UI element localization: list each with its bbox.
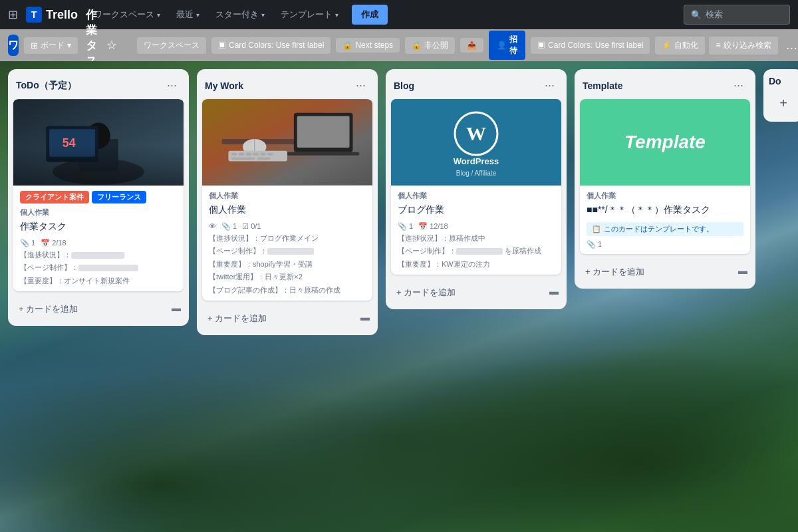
card-detail-progress: 【進捗状況】： [20,249,177,261]
template-icon: 📋 [592,225,601,233]
list-todo-title: ToDo（予定） [16,80,76,92]
card-meta: 📎 1 📅 2/18 [20,239,177,247]
lock-icon: 🔒 [412,41,422,50]
next-steps-button[interactable]: 🔒 Next steps [336,38,400,53]
color2-icon: ▣ [537,40,545,51]
list-do-header: Do [769,76,798,86]
list-template-menu-button[interactable]: ··· [730,77,747,94]
create-button[interactable]: 作成 [352,5,388,25]
card-todo-1-body: クライアント案件 フリーランス 個人作業 作業タスク 📎 1 📅 2/18 [13,186,184,291]
card-detail-progress: 【進捗状況】：ブログ作業メイン [209,233,366,244]
svg-rect-12 [287,152,359,156]
eye-icon: 👁 [209,222,216,230]
card-todo-1[interactable]: 54 クライアント案件 フリーランス 個人作業 作業タスク 📎 1 [13,99,184,291]
blur-page [78,265,138,271]
card-colors-button[interactable]: ▣ Card Colors: Use first label [211,37,331,54]
card-colors2-button[interactable]: ▣ Card Colors: Use first label [531,37,650,54]
card-detail-page: 【ページ制作】： [20,262,177,273]
archive-button-template[interactable]: ▬ [735,263,750,279]
board-navigation: ワ ⊞ ボード ▾ 作業タスク ☆ ワークスペース ▣ Card Colors:… [0,29,798,61]
search-icon: 🔍 [691,10,702,20]
board-view-button[interactable]: ⊞ ボード ▾ [24,37,78,54]
list-template-title: Template [583,80,622,91]
add-card-button-todo[interactable]: + カードを追加 [13,299,169,319]
list-todo: ToDo（予定） ··· [8,69,189,326]
card-mywork-meta: 👁 📎 1 ☑ 0/1 [209,222,366,231]
check-icon: ☑ [242,222,249,231]
svg-rect-16 [231,153,237,156]
star-button[interactable]: ☆ [102,37,121,54]
add-card-row-blog: + カードを追加 ▬ [391,280,561,303]
svg-point-2 [53,159,144,185]
archive-button-todo[interactable]: ▬ [169,300,184,316]
list-blog-header: Blog ··· [391,76,561,99]
paperclip-icon: 📎 [587,240,596,249]
card-cover-green: Template [580,99,750,186]
trello-logo[interactable]: T Trello [26,7,78,23]
list-template: Template ··· Template 個人作業 ■■**/＊＊（＊＊）作業… [575,69,755,289]
share-button[interactable]: 📤 [460,38,483,53]
chevron-down-icon: ▾ [196,11,200,19]
list-mywork-menu-button[interactable]: ··· [352,77,370,94]
add-card-button-do[interactable]: + [769,92,798,115]
svg-rect-21 [267,153,273,156]
invite-button[interactable]: 👤 招待 [489,31,525,60]
list-do: Do + [763,69,798,122]
archive-button-mywork[interactable]: ▬ [358,309,372,325]
search-bar[interactable]: 🔍 検索 [684,5,790,25]
card-mywork-category: 個人作業 [209,191,366,201]
card-cover-mywork [202,99,372,186]
card-category: 個人作業 [20,207,177,217]
card-template-1[interactable]: Template 個人作業 ■■**/＊＊（＊＊）作業タスク 📋 このカードはテ… [580,99,750,254]
list-mywork-header: My Work ··· [202,76,372,99]
blur-progress [71,252,124,259]
card-template-1-body: 個人作業 ■■**/＊＊（＊＊）作業タスク 📋 このカードはテンプレートです。 … [580,186,750,254]
archive-button-blog[interactable]: ▬ [547,283,561,299]
meta-clip: 📎 1 [587,240,602,249]
svg-rect-17 [239,153,244,156]
card-detail-progress: 【進捗状況】：原稿作成中 [398,233,555,244]
meta-watch: 👁 [209,222,216,230]
starred-menu-button[interactable]: スター付き ▾ [210,6,270,23]
workspace-button[interactable]: ワークスペース [137,37,206,54]
list-todo-menu-button[interactable]: ··· [163,77,181,94]
recent-menu-button[interactable]: 最近 ▾ [171,6,205,23]
color-icon: ▣ [218,40,226,51]
trello-logo-icon: T [26,7,42,23]
svg-rect-20 [261,153,266,156]
filter-button[interactable]: ≡ 絞り込み検索 [709,37,777,55]
card-blog-1-body: 個人作業 ブログ作業 📎 1 📅 12/18 【進捗状況】：原稿作成中 【ページ… [391,186,561,275]
card-detail-twitter: 【twitter運用】：日々更新×2 [209,271,366,283]
card-cover-todo: 54 [13,99,184,186]
add-card-button-blog[interactable]: + カードを追加 [391,283,547,303]
card-detail-priority: 【重要度】：KW運定の注力 [398,259,555,270]
trello-logo-text: Trello [46,8,78,22]
add-card-button-mywork[interactable]: + カードを追加 [202,309,358,329]
card-blog-1[interactable]: W WordPress Blog / Affiliate 個人作業 ブログ作業 … [391,99,561,275]
meta-clip: 📎 1 [221,222,237,231]
more-options-button[interactable]: … [782,37,799,54]
svg-rect-18 [246,153,251,156]
paperclip-icon: 📎 [398,222,407,231]
svg-rect-11 [297,116,350,148]
chevron-down-icon: ▾ [335,11,338,19]
template-menu-button[interactable]: テンプレート ▾ [275,6,344,23]
card-detail-priority: 【重要度】：shopify学習・受講 [209,259,366,270]
workspace-menu-button[interactable]: ワークスペース ▾ [88,6,166,23]
lists-container: ToDo（予定） ··· [8,69,798,343]
list-blog-menu-button[interactable]: ··· [541,77,559,94]
automate-button[interactable]: ⚡ 自動化 [655,37,705,55]
svg-text:Blog / Affiliate: Blog / Affiliate [456,170,497,177]
add-card-button-template[interactable]: + カードを追加 [580,262,735,282]
meta-date: 📅 12/18 [418,222,448,231]
paperclip-icon: 📎 [20,239,29,247]
add-card-row-mywork: + カードを追加 ▬ [202,306,372,329]
board-icon: ⊞ [31,41,38,51]
private-button[interactable]: 🔒 非公開 [405,37,455,54]
right-actions: ⚡ 自動化 ≡ 絞り込み検索 … [655,37,798,55]
card-detail-blog: 【ブログ記事の作成】：日々原稿の作成 [209,285,366,296]
card-detail-page: 【ページ制作】： [209,245,366,257]
card-mywork-1[interactable]: 個人作業 個人作業 👁 📎 1 ☑ 0/1 【進捗状況】：ブログ作業メイ [202,99,372,301]
card-blog-category: 個人作業 [398,191,555,201]
list-blog: Blog ··· W WordPress Blog / Affiliate [386,69,567,309]
